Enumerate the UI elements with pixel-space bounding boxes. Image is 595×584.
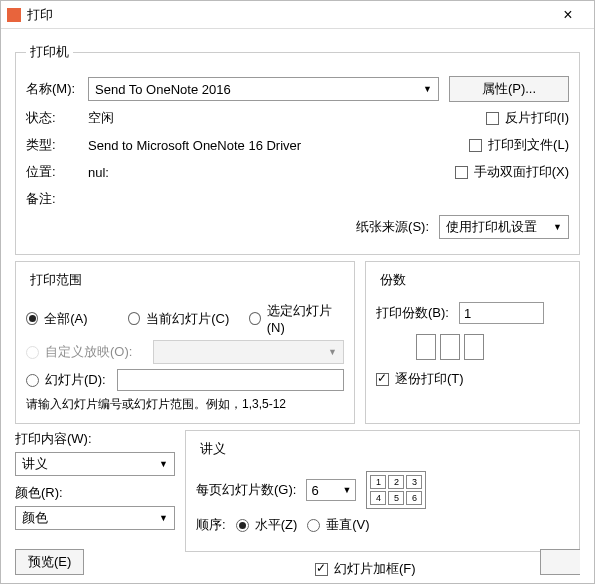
count-input[interactable]: 1 — [459, 302, 544, 324]
chevron-down-icon: ▼ — [553, 222, 562, 232]
where-label: 位置: — [26, 163, 88, 181]
per-label: 每页幻灯片数(G): — [196, 481, 296, 499]
status-value: 空闲 — [88, 109, 486, 127]
close-button[interactable]: × — [548, 6, 588, 24]
layout-preview-icon: 123 456 — [366, 471, 426, 509]
ok-button-partial[interactable] — [540, 549, 580, 575]
preview-button[interactable]: 预览(E) — [15, 549, 84, 575]
where-value: nul: — [88, 165, 455, 180]
tofile-label: 打印到文件(L) — [488, 136, 569, 154]
count-label: 打印份数(B): — [376, 304, 449, 322]
range-legend: 打印范围 — [26, 271, 86, 289]
copies-group: 份数 打印份数(B): 1 逐份打印(T) — [365, 261, 580, 424]
custom-select: ▼ — [153, 340, 344, 364]
manual-label: 手动双面打印(X) — [474, 163, 569, 181]
printer-group: 打印机 名称(M): Send To OneNote 2016▼ 属性(P)..… — [15, 43, 580, 255]
what-label: 打印内容(W): — [15, 430, 175, 448]
copies-legend: 份数 — [376, 271, 410, 289]
collate-icon — [416, 334, 569, 360]
name-label: 名称(M): — [26, 80, 88, 98]
range-hint: 请输入幻灯片编号或幻灯片范围。例如，1,3,5-12 — [26, 396, 344, 413]
comment-label: 备注: — [26, 190, 88, 208]
what-select[interactable]: 讲义▼ — [15, 452, 175, 476]
type-label: 类型: — [26, 136, 88, 154]
window-title: 打印 — [27, 6, 548, 24]
collate-label: 逐份打印(T) — [395, 370, 464, 388]
radio-all[interactable] — [26, 312, 38, 325]
printer-legend: 打印机 — [26, 43, 73, 61]
reverse-label: 反片打印(I) — [505, 109, 569, 127]
radio-selection[interactable] — [249, 312, 261, 325]
per-select[interactable]: 6▼ — [306, 479, 356, 501]
tofile-checkbox[interactable] — [469, 139, 482, 152]
order-label: 顺序: — [196, 516, 226, 534]
chevron-down-icon: ▼ — [423, 84, 432, 94]
app-icon — [7, 8, 21, 22]
status-label: 状态: — [26, 109, 88, 127]
radio-horizontal[interactable] — [236, 519, 249, 532]
properties-button[interactable]: 属性(P)... — [449, 76, 569, 102]
paper-select[interactable]: 使用打印机设置▼ — [439, 215, 569, 239]
radio-slides[interactable] — [26, 374, 39, 387]
color-select[interactable]: 颜色▼ — [15, 506, 175, 530]
radio-vertical[interactable] — [307, 519, 320, 532]
paper-label: 纸张来源(S): — [356, 218, 429, 236]
color-label: 颜色(R): — [15, 484, 175, 502]
reverse-checkbox[interactable] — [486, 112, 499, 125]
slides-input[interactable] — [117, 369, 344, 391]
type-value: Send to Microsoft OneNote 16 Driver — [88, 138, 469, 153]
range-group: 打印范围 全部(A) 当前幻灯片(C) 选定幻灯片(N) 自定义放映(O): ▼… — [15, 261, 355, 424]
radio-current[interactable] — [128, 312, 140, 325]
collate-checkbox[interactable] — [376, 373, 389, 386]
printer-select[interactable]: Send To OneNote 2016▼ — [88, 77, 439, 101]
handout-legend: 讲义 — [196, 440, 230, 458]
handout-group: 讲义 每页幻灯片数(G): 6▼ 123 456 顺序: 水平(Z) 垂直(V) — [185, 430, 580, 552]
manual-checkbox[interactable] — [455, 166, 468, 179]
radio-custom — [26, 346, 39, 359]
